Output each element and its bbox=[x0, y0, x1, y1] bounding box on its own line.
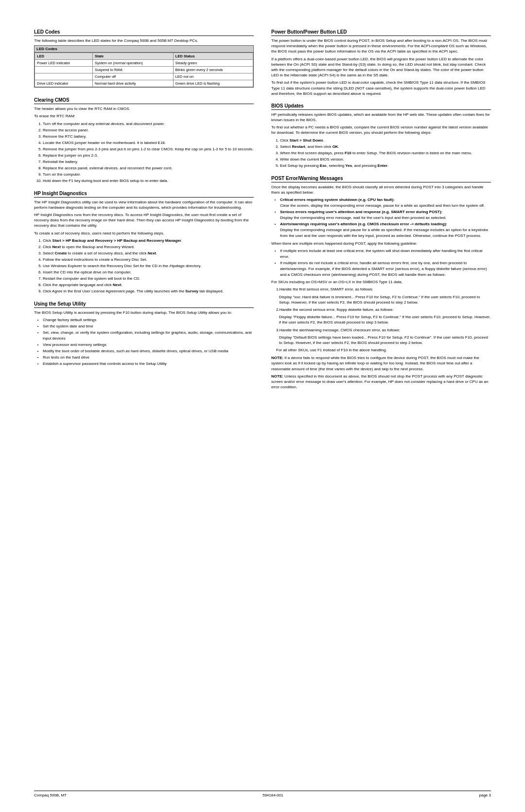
footer-center: 594184-001 bbox=[262, 793, 283, 797]
led-table: LED State LED Status Power LED indicator… bbox=[35, 53, 253, 87]
left-column: LED Codes The following table describes … bbox=[34, 29, 254, 397]
setup-utility-bullets: Change factory default settings Set the … bbox=[43, 317, 254, 367]
list-item: Replace the jumper on pins 2-3. bbox=[43, 153, 254, 159]
hp-insight-section: HP Insight Diagnostics The HP Insight Di… bbox=[34, 191, 254, 294]
post-guidelines: If multiple errors include at least one … bbox=[280, 248, 491, 278]
list-item: Reinstall the battery. bbox=[43, 159, 254, 165]
table-row: Suspend to RAM. Blinks green every 2 sec… bbox=[35, 67, 253, 73]
table-row: Power LED indicator System on (normal op… bbox=[35, 60, 253, 67]
footer-right: page 3 bbox=[479, 793, 491, 797]
list-item: Remove the access panel. bbox=[43, 127, 254, 133]
list-item: Click Agree in the End User License Agre… bbox=[43, 289, 254, 294]
power-button-section: Power Button/Power Button LED The power … bbox=[271, 29, 491, 96]
list-item: Follow the wizard instructions to create… bbox=[43, 257, 254, 263]
list-item: Hold down the F1 key during boot and ent… bbox=[43, 178, 254, 184]
hp-insight-para1: The HP Insight Diagnostics utility can b… bbox=[34, 199, 254, 210]
list-item: Click the appropriate language and click… bbox=[43, 282, 254, 288]
hp-insight-para2: HP Insight Diagnostics runs from the rec… bbox=[34, 212, 254, 229]
led-cell: Power LED indicator bbox=[35, 60, 93, 67]
main-content: LED Codes The following table describes … bbox=[34, 29, 491, 397]
handling-step3-label: 3.Handle the alert/warning message, CMOS… bbox=[276, 327, 491, 333]
post-error-title: POST Error/Warning Messages bbox=[271, 176, 491, 182]
list-item: Alerts/warnings requiring user's attenti… bbox=[280, 221, 491, 239]
led-cell bbox=[35, 73, 93, 80]
list-item: Modify the boot order of bootable device… bbox=[43, 348, 254, 354]
list-item: Remove the RTC battery. bbox=[43, 134, 254, 140]
other-sku-note: For all other SKUs, use F1 instead of F1… bbox=[276, 347, 491, 353]
led-table-title: LED Codes bbox=[35, 46, 253, 53]
led-col-header: LED bbox=[35, 53, 93, 60]
state-cell: Normal hard drive activity bbox=[92, 80, 173, 87]
post-error-section: POST Error/Warning Messages Once the dis… bbox=[271, 176, 491, 390]
power-button-para3: To find out if the system's power button… bbox=[271, 80, 491, 96]
handling-step1-label: 1.Handle the first serious error, SMART … bbox=[276, 287, 491, 292]
post-error-bullets: Critical errors requiring system shutdow… bbox=[280, 197, 491, 239]
status-cell: Green drive LED is flashing bbox=[173, 80, 253, 87]
footer: Compaq 500B, MT 594184-001 page 3 bbox=[34, 791, 491, 797]
state-cell: Computer off bbox=[92, 73, 173, 80]
clearing-cmos-sub-intro: To erase the RTC RAM: bbox=[34, 113, 254, 119]
table-row: Computer off LED not on bbox=[35, 73, 253, 80]
list-item: Click Start > Shut Down. bbox=[280, 138, 491, 144]
state-col-header: State bbox=[92, 53, 173, 60]
list-item: Write down the current BIOS version. bbox=[280, 157, 491, 162]
list-item: Turn off the computer and any external d… bbox=[43, 121, 254, 127]
note1: NOTE: If a device fails to respond while… bbox=[271, 355, 491, 372]
list-item: Click Start > HP Backup and Recovery > H… bbox=[43, 238, 254, 244]
power-button-title: Power Button/Power Button LED bbox=[271, 29, 491, 36]
table-row: Drive LED indicator Normal hard drive ac… bbox=[35, 80, 253, 87]
list-item: Critical errors requiring system shutdow… bbox=[280, 197, 491, 209]
list-item: Set, view, change, or verify the system … bbox=[43, 330, 254, 342]
clearing-cmos-steps: Turn off the computer and any external d… bbox=[43, 121, 254, 184]
power-button-para2: If a platform offers a dual-color-based … bbox=[271, 56, 491, 78]
status-cell: Blinks green every 2 seconds bbox=[173, 67, 253, 73]
list-item: If multiple errors do not include a crit… bbox=[280, 260, 491, 278]
led-codes-intro: The following table describes the LED st… bbox=[34, 38, 254, 43]
state-cell: System on (normal operation) bbox=[92, 60, 173, 67]
led-cell bbox=[35, 67, 93, 73]
list-item: Insert the CD into the optical drive on … bbox=[43, 270, 254, 275]
post-error-intro: Once the display becomes available, the … bbox=[271, 184, 491, 195]
list-item: Change factory default settings bbox=[43, 317, 254, 323]
status-cell: Steady green bbox=[173, 60, 253, 67]
footer-left: Compaq 500B, MT bbox=[34, 793, 67, 797]
handling-step2-detail: Display "Floppy diskette failure... Pres… bbox=[279, 314, 491, 325]
hp-insight-title: HP Insight Diagnostics bbox=[34, 191, 254, 198]
clearing-cmos-section: Clearing CMOS The header allows you to c… bbox=[34, 97, 254, 183]
note2: NOTE: Unless specified in this document … bbox=[271, 374, 491, 390]
setup-utility-section: Using the Setup Utility The BIOS Setup U… bbox=[34, 301, 254, 367]
led-codes-section: LED Codes The following table describes … bbox=[34, 29, 254, 90]
list-item: When the first screen displays, press F1… bbox=[280, 150, 491, 156]
list-item: Restart the computer and the system will… bbox=[43, 276, 254, 282]
bios-updates-intro2: To find out whether a PC needs a BIOS up… bbox=[271, 125, 491, 135]
list-item: Turn on the computer. bbox=[43, 172, 254, 178]
status-cell: LED not on bbox=[173, 73, 253, 80]
state-cell: Suspend to RAM. bbox=[92, 67, 173, 73]
list-item: Set the system date and time bbox=[43, 324, 254, 329]
led-cell: Drive LED indicator bbox=[35, 80, 93, 87]
post-guidelines-intro: When there are multiple errors happened … bbox=[271, 241, 491, 246]
list-item: Serious errors requiring user's attentio… bbox=[280, 209, 491, 221]
bios-updates-steps: Click Start > Shut Down. Select Restart,… bbox=[280, 138, 491, 169]
list-item: Run tests on the hard drive bbox=[43, 355, 254, 361]
setup-utility-intro: The BIOS Setup Utility is accessed by pr… bbox=[34, 310, 254, 315]
bios-updates-section: BIOS Updates HP periodically releases sy… bbox=[271, 103, 491, 169]
page: LED Codes The following table describes … bbox=[0, 0, 525, 812]
power-button-para1: The power button is under the BIOS contr… bbox=[271, 38, 491, 54]
list-item: Select Create to create a set of recover… bbox=[43, 251, 254, 256]
list-item: Use Windows Explorer to search the Recov… bbox=[43, 263, 254, 269]
bios-updates-intro: HP periodically releases system BIOS upd… bbox=[271, 112, 491, 123]
list-item: Remove the jumper from pins 2-3 pins and… bbox=[43, 146, 254, 152]
clearing-cmos-title: Clearing CMOS bbox=[34, 97, 254, 104]
list-item: Establish a supervisor password that con… bbox=[43, 361, 254, 367]
led-table-wrapper: LED Codes LED State LED Status Power LED bbox=[34, 45, 254, 88]
list-item: Click Next to open the Backup and Recove… bbox=[43, 244, 254, 250]
bios-updates-title: BIOS Updates bbox=[271, 103, 491, 110]
hp-insight-para3: To create a set of recovery discs, users… bbox=[34, 231, 254, 236]
right-column: Power Button/Power Button LED The power … bbox=[271, 29, 491, 397]
hp-insight-steps: Click Start > HP Backup and Recovery > H… bbox=[43, 238, 254, 294]
list-item: If multiple errors include at least one … bbox=[280, 248, 491, 260]
list-item: Locate the CMOS jumper header on the mot… bbox=[43, 140, 254, 146]
sku-note: For SKUs including an OS=MSV or an OS=LX… bbox=[271, 279, 491, 285]
handling-step3-detail: Display "Default BIOS settings have been… bbox=[279, 335, 491, 345]
